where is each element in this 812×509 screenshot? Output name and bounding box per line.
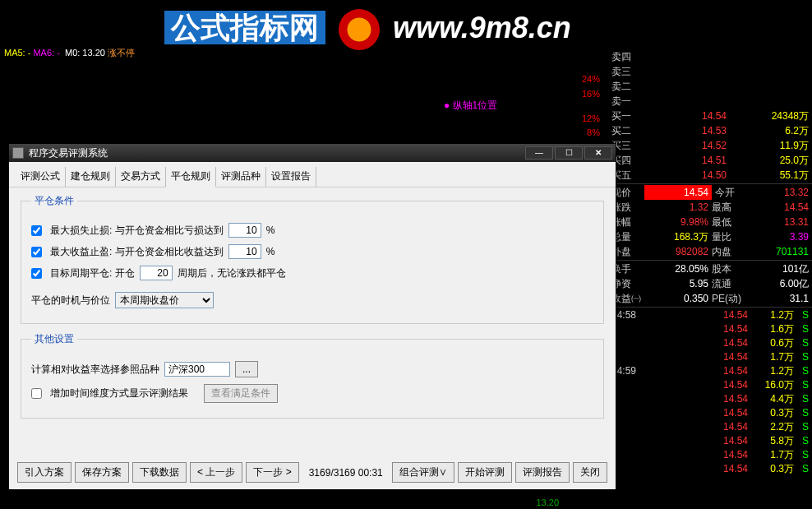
benchmark-input[interactable] (164, 362, 230, 377)
pct-label: 16% (582, 89, 600, 99)
stoploss-checkbox[interactable] (31, 225, 42, 236)
minimize-button[interactable]: — (525, 146, 553, 160)
time-dimension-label: 增加时间维度方式显示评测结果 (50, 386, 188, 400)
trade-row: 14.541.7万S (608, 448, 812, 462)
takeprofit-label: 最大收益止盈: 与开仓资金相比收益达到 (50, 245, 224, 259)
status-text: 3169/3169 00:31 (302, 467, 389, 479)
timing-label: 平仓的时机与价位 (31, 294, 110, 308)
trade-row: 14.540.6万S (608, 336, 812, 350)
close-button[interactable]: ✕ (584, 146, 612, 160)
window-title: 程序交易评测系统 (29, 146, 524, 160)
group-legend: 其他设置 (31, 332, 77, 346)
indicator-header: MA5: - MA6: - M0: 13.20 涨不停 (4, 47, 135, 59)
quote-panel: 卖四卖三卖二卖一 买一14.5424348万买二14.536.2万买三14.52… (608, 49, 812, 476)
bid-row: 买五14.5055.1万 (608, 168, 812, 183)
quote-row: 现价14.54今开13.32 (608, 185, 812, 200)
ask-row: 卖一 (608, 94, 812, 109)
unit-label: % (266, 224, 275, 236)
quote-row: 涨幅9.98%最低13.31 (608, 215, 812, 229)
app-icon (12, 147, 24, 159)
bottom-toolbar: 引入方案 保存方案 下载数据 < 上一步 下一步 > 3169/3169 00:… (17, 462, 607, 483)
time-dimension-checkbox[interactable] (31, 388, 42, 399)
quote-row: 净资5.95流通6.00亿 (608, 276, 812, 291)
close-conditions-group: 平仓条件 最大损失止损: 与开仓资金相比亏损达到 % 最大收益止盈: 与开仓资金… (21, 194, 604, 324)
bid-row: 买三14.5211.9万 (608, 138, 812, 153)
target-period-checkbox[interactable] (31, 268, 42, 279)
close-dialog-button[interactable]: 关闭 (573, 462, 607, 483)
quote-row: 换手28.05%股本101亿 (608, 261, 812, 276)
tab-3[interactable]: 平仓规则 (166, 167, 216, 187)
other-settings-group: 其他设置 计算相对收益率选择参照品种 ... 增加时间维度方式显示评测结果 查看… (21, 332, 604, 419)
target-period-label: 目标周期平仓: 开仓 (50, 266, 135, 280)
takeprofit-checkbox[interactable] (31, 247, 42, 257)
footer-price: 13.20 (536, 497, 559, 507)
bid-row: 买二14.536.2万 (608, 123, 812, 138)
tab-2[interactable]: 交易方式 (116, 167, 166, 187)
import-button[interactable]: 引入方案 (17, 462, 72, 483)
ask-row: 卖四 (608, 49, 812, 64)
tab-4[interactable]: 评测品种 (216, 167, 266, 187)
trade-row: 14:5914.541.2万S (608, 364, 812, 378)
evaluation-dialog: 程序交易评测系统 — ☐ ✕ 评测公式建仓规则交易方式平仓规则评测品种设置报告 … (8, 143, 616, 490)
benchmark-browse-button[interactable]: ... (235, 361, 258, 377)
trade-row: 14.5416.0万S (608, 378, 812, 392)
takeprofit-input[interactable] (228, 244, 261, 259)
target-period-suffix: 周期后，无论涨跌都平仓 (178, 266, 286, 280)
axis-annotation: ● 纵轴1位置 (444, 99, 497, 113)
timing-select[interactable]: 本周期收盘价 (115, 292, 214, 308)
next-button[interactable]: 下一步 > (246, 462, 298, 483)
logo-icon (339, 9, 380, 50)
trade-row: 14.545.8万S (608, 434, 812, 448)
bid-row: 买四14.5125.0万 (608, 153, 812, 168)
trade-row: 14.541.6万S (608, 322, 812, 336)
trade-row: 14:5814.541.2万S (608, 308, 812, 322)
save-button[interactable]: 保存方案 (75, 462, 129, 483)
target-period-input[interactable] (140, 266, 173, 280)
titlebar[interactable]: 程序交易评测系统 — ☐ ✕ (9, 144, 616, 162)
trade-row: 14.540.3万S (608, 406, 812, 420)
prev-button[interactable]: < 上一步 (190, 462, 242, 483)
bid-row: 买一14.5424348万 (608, 109, 812, 123)
pct-label: 8% (587, 127, 600, 137)
benchmark-label: 计算相对收益率选择参照品种 (31, 363, 159, 377)
download-button[interactable]: 下载数据 (132, 462, 187, 483)
ask-row: 卖二 (608, 79, 812, 94)
report-button[interactable]: 评测报告 (515, 462, 570, 483)
group-legend: 平仓条件 (31, 194, 77, 208)
trade-row: 14.542.2万S (608, 420, 812, 434)
quote-row: 外盘982082内盘701131 (608, 244, 812, 259)
view-conditions-button[interactable]: 查看满足条件 (204, 384, 278, 403)
pct-label: 24% (582, 74, 600, 84)
tab-bar: 评测公式建仓规则交易方式平仓规则评测品种设置报告 (9, 162, 616, 187)
quote-row: 总量168.3万量比3.39 (608, 229, 812, 244)
quote-row: 涨跌1.32最高14.54 (608, 200, 812, 215)
combo-eval-button[interactable]: 组合评测∨ (392, 462, 454, 483)
trade-row: 14.541.7万S (608, 350, 812, 364)
tab-1[interactable]: 建仓规则 (66, 167, 116, 187)
start-eval-button[interactable]: 开始评测 (458, 462, 512, 483)
tab-5[interactable]: 设置报告 (266, 167, 316, 187)
stoploss-label: 最大损失止损: 与开仓资金相比亏损达到 (50, 224, 224, 238)
ask-row: 卖三 (608, 64, 812, 79)
tab-0[interactable]: 评测公式 (16, 167, 66, 187)
trade-row: 14.544.4万S (608, 392, 812, 406)
unit-label: % (266, 246, 275, 257)
trade-row: 14.540.3万S (608, 462, 812, 476)
quote-row: 收益㈠0.350PE(动)31.1 (608, 291, 812, 306)
stoploss-input[interactable] (228, 223, 261, 238)
watermark: 公式指标网 www.9m8.cn (164, 8, 571, 50)
maximize-button[interactable]: ☐ (555, 146, 583, 160)
pct-label: 12% (582, 113, 600, 123)
